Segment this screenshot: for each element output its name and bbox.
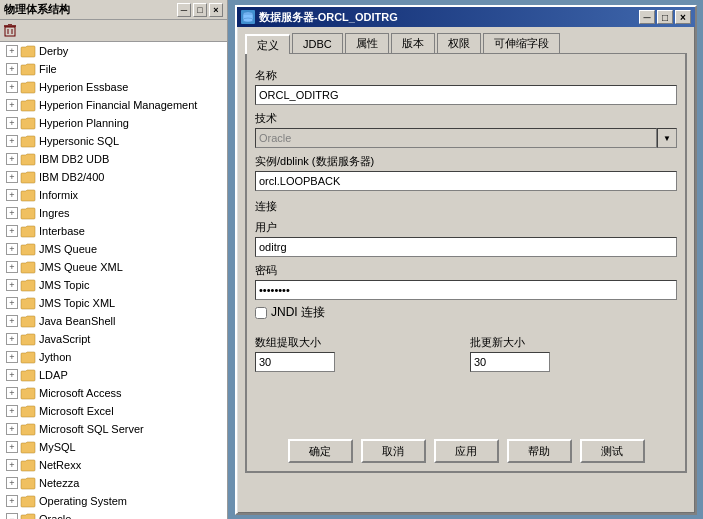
expand-icon[interactable]: +: [6, 333, 18, 345]
tree-item[interactable]: + Derby: [0, 42, 227, 60]
tree-item[interactable]: + Informix: [0, 186, 227, 204]
tech-label: 技术: [255, 111, 677, 126]
folder-icon: [20, 170, 36, 184]
tree-item[interactable]: − Oracle: [0, 510, 227, 519]
folder-icon: [20, 134, 36, 148]
tree-item[interactable]: + JMS Topic: [0, 276, 227, 294]
tree-label: Informix: [39, 189, 78, 201]
expand-icon[interactable]: +: [6, 117, 18, 129]
tab-scalable-fields[interactable]: 可伸缩字段: [483, 33, 560, 53]
tree-item[interactable]: + Microsoft SQL Server: [0, 420, 227, 438]
tree-item[interactable]: + IBM DB2/400: [0, 168, 227, 186]
folder-icon: [20, 332, 36, 346]
expand-icon[interactable]: +: [6, 423, 18, 435]
expand-icon[interactable]: +: [6, 189, 18, 201]
tree-container[interactable]: + Derby+ File+ Hyperion Essbase+ Hyperio…: [0, 42, 227, 519]
tree-label: Java BeanShell: [39, 315, 115, 327]
restore-button[interactable]: □: [193, 3, 207, 17]
tree-label: JMS Queue: [39, 243, 97, 255]
button-bar: 确定 取消 应用 帮助 测试: [247, 439, 685, 463]
expand-icon[interactable]: +: [6, 225, 18, 237]
user-input[interactable]: [255, 237, 677, 257]
tech-dropdown-arrow[interactable]: ▼: [657, 128, 677, 148]
expand-icon[interactable]: +: [6, 315, 18, 327]
expand-icon[interactable]: +: [6, 63, 18, 75]
apply-button[interactable]: 应用: [434, 439, 499, 463]
tree-item[interactable]: + JMS Queue: [0, 240, 227, 258]
tree-label: Hyperion Essbase: [39, 81, 128, 93]
folder-icon: [20, 314, 36, 328]
expand-icon[interactable]: +: [6, 297, 18, 309]
instance-input[interactable]: [255, 171, 677, 191]
tree-item[interactable]: + LDAP: [0, 366, 227, 384]
dialog-close-btn[interactable]: ×: [675, 10, 691, 24]
folder-icon: [20, 62, 36, 76]
ok-button[interactable]: 确定: [288, 439, 353, 463]
expand-icon[interactable]: +: [6, 477, 18, 489]
tree-item[interactable]: + Hyperion Planning: [0, 114, 227, 132]
expand-icon[interactable]: +: [6, 459, 18, 471]
expand-icon[interactable]: +: [6, 261, 18, 273]
tree-item[interactable]: + Microsoft Access: [0, 384, 227, 402]
expand-icon[interactable]: +: [6, 81, 18, 93]
tree-item[interactable]: + JavaScript: [0, 330, 227, 348]
expand-icon[interactable]: −: [6, 513, 18, 519]
tree-item[interactable]: + Netezza: [0, 474, 227, 492]
tree-item[interactable]: + Operating System: [0, 492, 227, 510]
expand-icon[interactable]: +: [6, 243, 18, 255]
tree-item[interactable]: + Hypersonic SQL: [0, 132, 227, 150]
expand-icon[interactable]: +: [6, 387, 18, 399]
tree-item[interactable]: + Jython: [0, 348, 227, 366]
dialog-restore-btn[interactable]: □: [657, 10, 673, 24]
fetch-size-input[interactable]: [255, 352, 335, 372]
folder-icon: [20, 116, 36, 130]
tab-definition[interactable]: 定义: [245, 34, 290, 54]
tree-item[interactable]: + MySQL: [0, 438, 227, 456]
expand-icon[interactable]: +: [6, 441, 18, 453]
password-input[interactable]: [255, 280, 677, 300]
tree-item[interactable]: + NetRexx: [0, 456, 227, 474]
tree-item[interactable]: + Microsoft Excel: [0, 402, 227, 420]
minimize-button[interactable]: ─: [177, 3, 191, 17]
tab-permissions[interactable]: 权限: [437, 33, 481, 53]
tree-item[interactable]: + Hyperion Essbase: [0, 78, 227, 96]
help-button[interactable]: 帮助: [507, 439, 572, 463]
expand-icon[interactable]: +: [6, 351, 18, 363]
expand-icon[interactable]: +: [6, 405, 18, 417]
test-button[interactable]: 测试: [580, 439, 645, 463]
tree-item[interactable]: + Hyperion Financial Management: [0, 96, 227, 114]
tab-jdbc[interactable]: JDBC: [292, 33, 343, 53]
expand-icon[interactable]: +: [6, 135, 18, 147]
tab-attributes[interactable]: 属性: [345, 33, 389, 53]
tree-label: Microsoft Excel: [39, 405, 114, 417]
tree-item[interactable]: + Java BeanShell: [0, 312, 227, 330]
expand-icon[interactable]: +: [6, 279, 18, 291]
name-input[interactable]: [255, 85, 677, 105]
expand-icon[interactable]: +: [6, 495, 18, 507]
tree-item[interactable]: + Ingres: [0, 204, 227, 222]
batch-size-input[interactable]: [470, 352, 550, 372]
tree-item[interactable]: + JMS Topic XML: [0, 294, 227, 312]
tab-panel-definition: 名称 技术 ▼ 实例/dblink (数据服务器) 连接 用户 密码 JNDI: [245, 53, 687, 473]
tree-label: JMS Queue XML: [39, 261, 123, 273]
expand-icon[interactable]: +: [6, 153, 18, 165]
close-button[interactable]: ×: [209, 3, 223, 17]
tree-item[interactable]: + File: [0, 60, 227, 78]
dialog-minimize-btn[interactable]: ─: [639, 10, 655, 24]
expand-icon[interactable]: +: [6, 171, 18, 183]
tree-label: Hypersonic SQL: [39, 135, 119, 147]
delete-icon[interactable]: [2, 23, 18, 39]
expand-icon[interactable]: +: [6, 45, 18, 57]
expand-icon[interactable]: +: [6, 369, 18, 381]
jndi-checkbox[interactable]: [255, 307, 267, 319]
expand-icon[interactable]: +: [6, 207, 18, 219]
folder-icon: [20, 296, 36, 310]
tree-item[interactable]: + JMS Queue XML: [0, 258, 227, 276]
expand-icon[interactable]: +: [6, 99, 18, 111]
cancel-button[interactable]: 取消: [361, 439, 426, 463]
tab-version[interactable]: 版本: [391, 33, 435, 53]
tree-item[interactable]: + IBM DB2 UDB: [0, 150, 227, 168]
tree-item[interactable]: + Interbase: [0, 222, 227, 240]
tree-label: MySQL: [39, 441, 76, 453]
folder-icon: [20, 404, 36, 418]
